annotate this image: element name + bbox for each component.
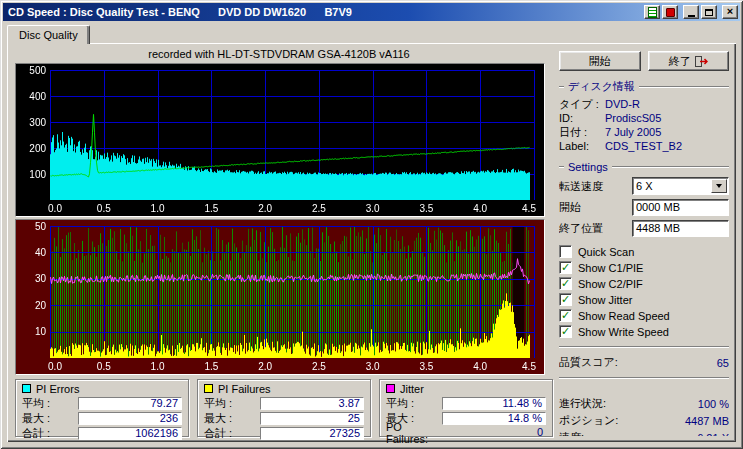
header-line [559,86,564,88]
minimize-icon [688,15,695,17]
checkmark-icon: ✓ [561,294,570,305]
green-document-icon [648,7,657,18]
status-block: 進行状況: 100 % ポジション: 4487 MB 速度: 6.21 X [559,395,729,436]
titlebar-buttons: × [644,5,740,19]
pi-errors-title-row: PI Errors [22,382,182,395]
titlebar-extra-button-1[interactable] [644,5,660,19]
show-c1-pie-label: Show C1/PIE [578,262,643,274]
checkmark-icon: ✓ [561,326,570,337]
action-buttons: 開始 終了 [559,51,729,71]
avg-label: 平均 : [22,396,78,411]
show-read-speed-label: Show Read Speed [578,310,670,322]
tab-disc-quality[interactable]: Disc Quality [7,25,90,44]
red-record-icon [666,8,675,17]
show-write-speed-checkbox[interactable]: ✓ [559,325,572,338]
divider [559,346,729,348]
avg-label: 平均 : [386,396,442,411]
progress-value: 100 % [698,398,729,410]
header-line [612,166,729,168]
settings-header: Settings [568,161,608,173]
pi-failures-total-row: 合計 :27325 [204,426,364,440]
disc-label-value: CDS_TEST_B2 [605,140,682,152]
pif-jitter-chart-canvas [15,219,545,375]
pi-errors-color-swatch [22,384,31,393]
disc-info-header: ディスク情報 [568,79,635,94]
pi-errors-total-value: 1062196 [78,427,182,440]
show-c1-pie-checkbox[interactable]: ✓ [559,261,572,274]
recorded-with-note: recorded with HL-DT-STDVDRAM GSA-4120B v… [15,48,543,60]
checkbox-row-show-c2-pif[interactable]: ✓Show C2/PIF [559,276,729,291]
disc-label-row: Label:CDS_TEST_B2 [559,139,729,153]
pi-failures-max-value: 25 [260,412,364,425]
start-position-field[interactable]: 0000 MB [632,199,729,216]
total-label: 合計 : [204,426,260,441]
start-position-row: 開始 0000 MB [559,199,729,216]
exit-button[interactable]: 終了 [648,51,730,71]
pi-failures-title-row: PI Failures [204,382,364,395]
end-position-row: 終了位置 4488 MB [559,220,729,237]
header-line [639,86,729,88]
disc-info-header-row: ディスク情報 [559,79,729,94]
titlebar-extra-button-2[interactable] [662,5,678,19]
transfer-speed-value: 6 X [633,180,711,192]
tab-content-panel: recorded with HL-DT-STDVDRAM GSA-4120B v… [7,43,736,442]
quality-chart-canvas [15,63,545,217]
disc-id-value: ProdiscS05 [605,112,661,124]
disc-type-row: タイプ :DVD-R [559,97,729,111]
disc-id-label: ID: [559,112,605,124]
close-button[interactable]: × [722,5,738,19]
pi-errors-total-row: 合計 :1062196 [22,426,182,440]
pi-failures-color-swatch [204,384,213,393]
end-position-field[interactable]: 4488 MB [632,220,729,237]
position-label: ポジション: [559,413,618,428]
maximize-button[interactable] [701,5,717,19]
jitter-title: Jitter [400,383,424,395]
show-write-speed-label: Show Write Speed [578,326,669,338]
pi-errors-avg-row: 平均 :79.27 [22,396,182,410]
header-line [559,166,564,168]
pi-failures-total-value: 27325 [260,427,364,440]
disc-date-label: 日付 : [559,125,605,140]
checkbox-row-quick-scan[interactable]: Quick Scan [559,244,729,259]
legend-panels: PI Errors 平均 :79.27 最大 :236 合計 :1062196 … [15,379,553,437]
transfer-speed-dropdown-button[interactable] [711,179,727,193]
checkbox-row-show-jitter[interactable]: ✓Show Jitter [559,292,729,307]
pi-errors-avg-value: 79.27 [78,397,182,410]
max-label: 最大 : [204,411,260,426]
transfer-speed-label: 転送速度 [559,179,603,194]
pi-failures-avg-value: 3.87 [260,397,364,410]
pi-failures-avg-row: 平均 :3.87 [204,396,364,410]
exit-button-label: 終了 [669,54,691,69]
side-panel: 開始 終了 ディスク情報 タイプ :DVD-R ID:ProdiscS05 日付… [559,51,729,436]
checkmark-icon: ✓ [561,278,570,289]
titlebar[interactable]: CD Speed : Disc Quality Test - BENQ DVD … [3,3,740,21]
progress-label: 進行状況: [559,396,606,411]
checkbox-list: Quick Scan ✓Show C1/PIE ✓Show C2/PIF ✓Sh… [559,244,729,339]
checkbox-row-show-read-speed[interactable]: ✓Show Read Speed [559,308,729,323]
jitter-avg-row: 平均 :11.48 % [386,396,546,410]
show-read-speed-checkbox[interactable]: ✓ [559,309,572,322]
window-title: CD Speed : Disc Quality Test - BENQ DVD … [8,6,352,18]
po-failures-label: PO Failures: [386,421,442,445]
start-button[interactable]: 開始 [559,51,641,71]
quality-score-value: 65 [717,357,729,369]
show-c2-pif-label: Show C2/PIF [578,278,643,290]
pi-errors-title: PI Errors [36,383,79,395]
quick-scan-checkbox[interactable] [559,245,572,258]
pi-errors-max-value: 236 [78,412,182,425]
disc-id-row: ID:ProdiscS05 [559,111,729,125]
minimize-button[interactable] [683,5,699,19]
speed-row: 速度: 6.21 X [559,429,729,436]
pi-failures-max-row: 最大 :25 [204,411,364,425]
start-position-label: 開始 [559,200,581,215]
quality-score-label: 品質スコア: [559,355,618,370]
jitter-avg-value: 11.48 % [442,397,546,410]
po-failures-row: PO Failures:0 [386,426,546,440]
show-jitter-checkbox[interactable]: ✓ [559,293,572,306]
transfer-speed-select[interactable]: 6 X [632,177,729,195]
checkbox-row-show-write-speed[interactable]: ✓Show Write Speed [559,324,729,339]
disc-date-row: 日付 :7 July 2005 [559,125,729,139]
show-c2-pif-checkbox[interactable]: ✓ [559,277,572,290]
position-row: ポジション: 4487 MB [559,412,729,429]
checkbox-row-show-c1-pie[interactable]: ✓Show C1/PIE [559,260,729,275]
